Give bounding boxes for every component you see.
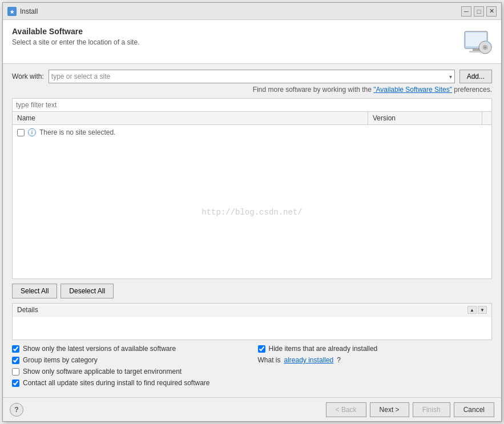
software-table: Name Version i There is no site selected… <box>12 112 492 279</box>
header-text: Available Software Select a site or ente… <box>12 27 139 46</box>
group-by-category-option[interactable]: Group items by category <box>12 356 247 364</box>
table-body: i There is no site selected. http://blog… <box>13 125 491 278</box>
find-more-row: Find more software by working with the "… <box>12 86 492 94</box>
work-with-label: Work with: <box>12 72 44 80</box>
header-icon <box>462 27 492 56</box>
col-name-header: Name <box>13 112 368 124</box>
show-applicable-checkbox[interactable] <box>12 368 19 375</box>
details-content <box>13 317 491 340</box>
footer: ? < Back Next > Finish Cancel <box>3 397 501 421</box>
already-installed-link[interactable]: already installed <box>284 356 334 364</box>
add-button[interactable]: Add... <box>459 70 492 83</box>
site-combo[interactable]: type or select a site ▾ <box>49 70 455 83</box>
show-applicable-option[interactable]: Show only software applicable to target … <box>12 368 247 375</box>
watermark: http://blog.csdn.net/ <box>201 208 302 217</box>
group-by-category-checkbox[interactable] <box>12 357 19 364</box>
options-left: Show only the latest versions of availab… <box>12 345 247 387</box>
select-all-button[interactable]: Select All <box>12 284 57 298</box>
minimize-button[interactable]: ─ <box>461 6 471 17</box>
combo-arrow-icon: ▾ <box>449 74 452 80</box>
hide-installed-option[interactable]: Hide items that are already installed <box>258 345 493 353</box>
header-section: Available Software Select a site or ente… <box>3 20 501 64</box>
finish-button[interactable]: Finish <box>413 402 450 417</box>
svg-point-8 <box>485 47 486 49</box>
details-scroll-controls: ▲ ▼ <box>467 306 487 314</box>
deselect-all-button[interactable]: Deselect All <box>61 284 114 298</box>
row-checkbox[interactable] <box>17 129 25 136</box>
next-button[interactable]: Next > <box>370 402 409 417</box>
table-header: Name Version <box>13 112 491 125</box>
options-right: Hide items that are already installed Wh… <box>258 345 493 387</box>
help-button[interactable]: ? <box>10 403 23 417</box>
title-bar-left: ★ Install <box>7 7 38 16</box>
info-icon: i <box>28 128 36 136</box>
select-buttons: Select All Deselect All <box>12 284 492 298</box>
show-latest-label: Show only the latest versions of availab… <box>23 345 176 353</box>
page-subtitle: Select a site or enter the location of a… <box>12 38 139 46</box>
contact-update-sites-label: Contact all update sites during install … <box>23 379 210 387</box>
what-is-text-before: What is <box>258 356 281 364</box>
options-section: Show only the latest versions of availab… <box>12 345 492 387</box>
filter-row <box>12 98 492 112</box>
table-row: i There is no site selected. <box>13 125 491 140</box>
details-section: Details ▲ ▼ <box>12 303 492 340</box>
filter-input[interactable] <box>13 99 491 111</box>
available-software-sites-link[interactable]: "Available Software Sites" <box>373 86 452 94</box>
contact-update-sites-checkbox[interactable] <box>12 379 19 387</box>
page-title: Available Software <box>12 27 139 36</box>
footer-right: < Back Next > Finish Cancel <box>326 402 494 417</box>
find-more-text-after: preferences. <box>452 86 492 94</box>
show-applicable-label: Show only software applicable to target … <box>23 368 182 375</box>
install-window: ★ Install ─ □ ✕ Available Software Selec… <box>2 2 502 422</box>
app-icon: ★ <box>7 7 17 16</box>
col-version-header: Version <box>368 112 482 124</box>
what-is-installed-row: What is already installed ? <box>258 356 493 364</box>
hide-installed-checkbox[interactable] <box>258 345 265 353</box>
col-spacer <box>482 112 491 124</box>
what-is-text-after: ? <box>337 356 341 364</box>
details-label: Details <box>17 306 38 314</box>
svg-text:★: ★ <box>10 9 15 15</box>
hide-installed-label: Hide items that are already installed <box>269 345 378 353</box>
cancel-button[interactable]: Cancel <box>454 402 494 417</box>
footer-left: ? <box>10 403 23 417</box>
close-button[interactable]: ✕ <box>486 6 497 17</box>
combo-value: type or select a site <box>51 72 110 80</box>
content-area: Work with: type or select a site ▾ Add..… <box>3 64 501 397</box>
show-latest-option[interactable]: Show only the latest versions of availab… <box>12 345 247 353</box>
no-site-message: There is no site selected. <box>39 128 115 136</box>
maximize-button[interactable]: □ <box>474 6 484 17</box>
back-button[interactable]: < Back <box>326 402 366 417</box>
details-header: Details ▲ ▼ <box>13 304 491 317</box>
title-controls: ─ □ ✕ <box>461 6 497 17</box>
scroll-down-button[interactable]: ▼ <box>478 306 487 314</box>
show-latest-checkbox[interactable] <box>12 345 19 353</box>
title-bar: ★ Install ─ □ ✕ <box>3 3 501 20</box>
work-with-row: Work with: type or select a site ▾ Add..… <box>12 70 492 83</box>
find-more-text-before: Find more software by working with the <box>253 86 373 94</box>
contact-update-sites-option[interactable]: Contact all update sites during install … <box>12 379 247 387</box>
window-title: Install <box>20 7 38 15</box>
scroll-up-button[interactable]: ▲ <box>467 306 477 314</box>
group-by-category-label: Group items by category <box>23 356 98 364</box>
